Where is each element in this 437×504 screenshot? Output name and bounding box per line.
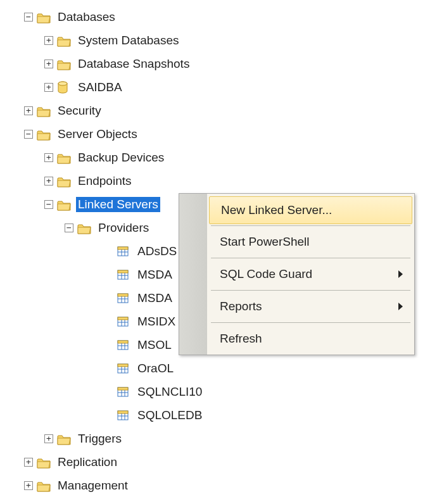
tree-node-sql-server-agent[interactable]: + SQL Server Agent — [5, 497, 432, 504]
tree-node-provider[interactable]: SQLOLEDB — [5, 403, 432, 427]
menu-item-start-powershell[interactable]: Start PowerShell — [207, 227, 414, 256]
tree-node-management[interactable]: + Management — [5, 474, 432, 497]
expand-icon[interactable]: + — [44, 177, 53, 186]
tree-node-database-snapshots[interactable]: + Database Snapshots — [5, 52, 432, 75]
tree-label: Databases — [56, 9, 117, 25]
tree-label: SAIDBA — [76, 80, 124, 95]
tree-node-databases[interactable]: − Databases — [5, 5, 432, 28]
database-icon — [57, 81, 71, 94]
tree-label: OraOL — [136, 361, 175, 376]
tree-label: Providers — [96, 220, 151, 236]
tree-node-replication[interactable]: + Replication — [5, 450, 432, 474]
tree-node-provider[interactable]: OraOL — [5, 356, 432, 380]
folder-icon — [57, 198, 71, 211]
expand-icon[interactable]: + — [24, 106, 33, 115]
tree-node-security[interactable]: + Security — [5, 99, 432, 122]
tree-label: ADsDS — [136, 244, 179, 259]
menu-item-label: New Linked Server... — [221, 203, 332, 217]
menu-item-label: SQL Code Guard — [220, 267, 312, 281]
menu-item-label: Reports — [220, 299, 262, 313]
collapse-icon[interactable]: − — [24, 13, 33, 22]
folder-icon — [57, 432, 71, 445]
collapse-icon[interactable]: − — [24, 130, 33, 139]
context-menu: New Linked Server... Start PowerShell SQ… — [179, 193, 415, 355]
tree-label: Server Objects — [56, 127, 139, 142]
collapse-icon[interactable]: − — [44, 200, 53, 209]
tree-node-server-objects[interactable]: − Server Objects — [5, 122, 432, 146]
tree-label: Replication — [56, 455, 119, 470]
submenu-arrow-icon — [398, 270, 403, 278]
menu-body: New Linked Server... Start PowerShell SQ… — [207, 194, 414, 355]
menu-item-reports[interactable]: Reports — [207, 292, 414, 321]
expand-icon[interactable]: + — [44, 60, 53, 68]
tree-label: MSDA — [136, 291, 174, 306]
provider-icon — [117, 245, 130, 258]
folder-icon — [37, 128, 51, 141]
expand-icon[interactable]: + — [24, 458, 33, 467]
menu-item-new-linked-server[interactable]: New Linked Server... — [209, 196, 412, 224]
menu-separator — [211, 225, 410, 226]
provider-icon — [117, 409, 130, 422]
submenu-arrow-icon — [398, 303, 403, 310]
tree-label: Endpoints — [76, 173, 134, 189]
folder-icon — [57, 58, 71, 70]
folder-icon — [57, 34, 71, 47]
menu-separator — [211, 290, 410, 291]
tree-label: SQL Server Agent — [56, 501, 156, 505]
folder-icon — [37, 11, 51, 23]
menu-item-refresh[interactable]: Refresh — [207, 324, 414, 353]
tree-label: MSIDX — [136, 314, 177, 329]
tree-label: Linked Servers — [76, 197, 160, 212]
provider-icon — [117, 292, 130, 305]
menu-gutter — [179, 194, 207, 355]
tree-label: SQLOLEDB — [136, 408, 204, 423]
tree-label: Triggers — [76, 431, 124, 446]
provider-icon — [117, 386, 130, 398]
provider-icon — [117, 362, 130, 375]
tree-label: Backup Devices — [76, 150, 166, 165]
tree-node-triggers[interactable]: + Triggers — [5, 427, 432, 450]
tree-label: System Databases — [76, 33, 180, 48]
tree-label: Database Snapshots — [76, 56, 191, 72]
tree-node-endpoints[interactable]: + Endpoints — [5, 169, 432, 192]
folder-icon — [57, 151, 71, 164]
tree-node-backup-devices[interactable]: + Backup Devices — [5, 146, 432, 169]
menu-item-sql-code-guard[interactable]: SQL Code Guard — [207, 260, 414, 289]
tree-label: Security — [56, 103, 103, 118]
expand-icon[interactable]: + — [24, 481, 33, 490]
tree-label: Management — [56, 478, 130, 493]
folder-icon — [37, 104, 51, 117]
tree-label: MSDA — [136, 267, 174, 282]
collapse-icon[interactable]: − — [65, 224, 73, 232]
folder-icon — [37, 456, 51, 469]
menu-item-label: Start PowerShell — [220, 235, 310, 249]
expand-icon[interactable]: + — [44, 434, 53, 443]
expand-icon[interactable]: + — [44, 36, 53, 45]
tree-node-provider[interactable]: SQLNCLI10 — [5, 380, 432, 403]
folder-icon — [77, 222, 91, 234]
tree-node-saidba[interactable]: + SAIDBA — [5, 75, 432, 99]
expand-icon[interactable]: + — [44, 153, 53, 162]
menu-separator — [211, 322, 410, 323]
expand-icon[interactable]: + — [44, 83, 53, 92]
tree-node-system-databases[interactable]: + System Databases — [5, 28, 432, 52]
provider-icon — [117, 268, 130, 281]
folder-icon — [37, 479, 51, 492]
provider-icon — [117, 339, 130, 351]
tree-label: SQLNCLI10 — [136, 384, 204, 400]
tree-label: MSOL — [136, 337, 174, 353]
folder-icon — [57, 175, 71, 187]
provider-icon — [117, 315, 130, 328]
menu-separator — [211, 258, 410, 258]
menu-item-label: Refresh — [220, 332, 262, 346]
